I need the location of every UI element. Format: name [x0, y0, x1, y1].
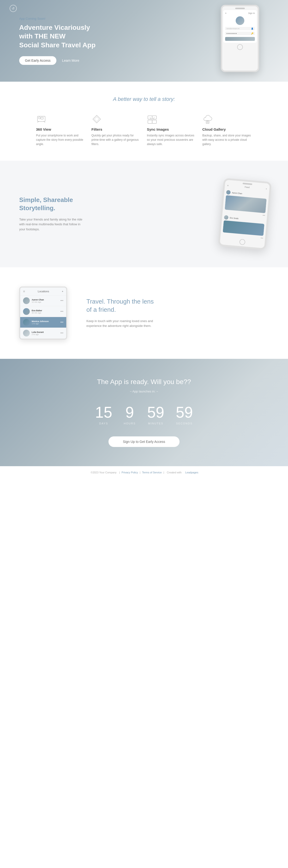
countdown-seconds-number: 59: [176, 405, 193, 420]
feature-filters-name: Filters: [91, 127, 141, 131]
location-info-2: Eva Baker 32 min ago: [32, 309, 58, 314]
locations-plus-icon: +: [62, 290, 63, 293]
storytelling-phone-mockup: ≡ Feed + Aaron Chan ••• Eric Smith: [221, 180, 269, 248]
countdown-hours: 9 HOURS: [124, 405, 136, 425]
locations-title: Locations: [38, 290, 49, 293]
hero-content: App Coming Soon! Adventure Vicariouslywi…: [19, 17, 96, 65]
countdown-minutes-label: MINUTES: [147, 422, 164, 425]
countdown-numbers: 15 DAYS 9 HOURS 59 MINUTES 59 SECONDS: [19, 405, 269, 425]
countdown-subtitle: ~ App launches in: ~: [19, 390, 269, 393]
locations-menu-icon: ≡: [23, 289, 25, 293]
feed-avatar-1: [226, 190, 231, 195]
footer-terms-link[interactable]: Terms of Service: [142, 471, 162, 474]
storytelling-title: Simple, ShareableStorytelling.: [19, 196, 86, 212]
phone-email-text: turner@turnerstype.com: [227, 28, 239, 29]
location-item-3: Monica Johnson 1 hr ago •••: [20, 317, 66, 328]
countdown-days-number: 15: [95, 405, 112, 420]
phone-password-field: •••••••• 🔑: [225, 32, 255, 35]
feed-item-1: Aaron Chan •••: [224, 189, 267, 217]
countdown-title: The App is ready. Will you be??: [19, 378, 269, 386]
feature-sync-desc: Instantly sync images across devices so …: [147, 133, 197, 146]
svg-rect-6: [152, 120, 157, 123]
location-sub-3: 1 hr ago: [32, 322, 58, 325]
location-avatar-1: [23, 297, 30, 304]
location-name-1: Aaron Chan: [32, 299, 58, 301]
footer-made-with: Created with: [167, 471, 182, 474]
hero-coming-soon: App Coming Soon!: [19, 17, 96, 21]
learn-more-button[interactable]: Learn More: [62, 59, 79, 62]
phone-notch: [235, 8, 245, 9]
phone-feed-body: ≡ Feed + Aaron Chan ••• Eric Smith: [218, 178, 272, 250]
phone-password-dots: ••••••••: [227, 32, 237, 35]
svg-rect-5: [148, 120, 152, 123]
360-view-icon: [36, 114, 46, 124]
location-sub-2: 32 min ago: [32, 312, 58, 314]
travel-title: Travel. Through the lensof a friend.: [86, 298, 163, 314]
phone-signin-header: ≡ Sign In: [225, 12, 255, 14]
early-access-button[interactable]: Get Early Access: [19, 56, 56, 65]
location-avatar-2: [23, 308, 30, 315]
location-name-4: Lola Durant: [32, 331, 58, 333]
phone-signin-label: Sign In: [248, 12, 255, 14]
storytelling-section: Simple, ShareableStorytelling. Take your…: [0, 161, 288, 267]
signup-button[interactable]: Sign Up to Get Early Access: [108, 436, 180, 447]
countdown-days: 15 DAYS: [95, 405, 112, 425]
location-info-3: Monica Johnson 1 hr ago: [32, 320, 58, 325]
hero-buttons: Get Early Access Learn More: [19, 56, 96, 65]
countdown-hours-number: 9: [124, 405, 136, 420]
phone-body: ≡ Sign In turner@turnerstype.com 👤 •••••…: [221, 5, 259, 72]
countdown-days-label: DAYS: [95, 422, 112, 425]
feed-user-1: Aaron Chan: [232, 192, 242, 195]
features-section: A better way to tell a story: 360 View P…: [0, 82, 288, 161]
feed-item-2: Eric Smith •••: [222, 214, 265, 240]
phone-avatar: [236, 16, 244, 25]
location-info-1: Aaron Chan 12 min ago: [32, 299, 58, 303]
hero-title: Adventure Vicariouslywith THE NEWSocial …: [19, 23, 96, 50]
storytelling-desc: Take your friends and family along for t…: [19, 217, 86, 232]
feature-360-desc: Put your smartphone to work and capture …: [36, 133, 86, 146]
feature-cloud: Cloud Gallery Backup, share, and store y…: [202, 114, 252, 146]
features-grid: 360 View Put your smartphone to work and…: [36, 114, 252, 146]
location-dots-4: •••: [60, 332, 63, 335]
footer-privacy-link[interactable]: Privacy Policy: [122, 471, 138, 474]
countdown-hours-label: HOURS: [124, 422, 136, 425]
footer: ©2023 Your Company | Privacy Policy | Te…: [0, 466, 288, 479]
countdown-minutes-number: 59: [147, 405, 164, 420]
travel-section: ≡ Locations + Aaron Chan 12 min ago ••• …: [0, 267, 288, 359]
feature-sync-name: Sync Images: [147, 127, 197, 131]
footer-copyright: ©2023 Your Company: [91, 471, 117, 474]
travel-phone-mockup: ≡ Locations + Aaron Chan 12 min ago ••• …: [19, 286, 67, 340]
phone-email-field: turner@turnerstype.com 👤: [225, 27, 255, 30]
filters-icon: [91, 114, 102, 124]
locations-header: ≡ Locations +: [20, 287, 66, 296]
location-sub-4: 2 hr ago: [32, 333, 58, 336]
feature-sync: Sync Images Instantly sync images across…: [147, 114, 197, 146]
phone-signin-button: [225, 37, 255, 41]
phone-feed-home-button: [239, 239, 246, 245]
phone-feed-label: Feed: [245, 186, 250, 189]
countdown-section: The App is ready. Will you be?? ~ App la…: [0, 359, 288, 466]
travel-content: Travel. Through the lensof a friend. Kee…: [86, 298, 163, 329]
countdown-minutes: 59 MINUTES: [147, 405, 164, 425]
phone-person-icon: 👤: [251, 28, 253, 30]
footer-leadpages-link[interactable]: Leadpages: [185, 471, 198, 474]
phone-screen: ≡ Sign In turner@turnerstype.com 👤 •••••…: [223, 10, 257, 43]
phone-home-button: [237, 44, 243, 50]
location-avatar-3: [23, 319, 30, 326]
feature-360-name: 360 View: [36, 127, 86, 131]
feed-avatar-2: [224, 215, 229, 220]
phone-feed-menu-icon: ≡: [227, 184, 229, 187]
travel-desc: Keep in touch with your roaming loved on…: [86, 319, 163, 329]
feature-360-view: 360 View Put your smartphone to work and…: [36, 114, 86, 146]
footer-separator-3: |: [163, 471, 165, 474]
storytelling-content: Simple, ShareableStorytelling. Take your…: [19, 196, 86, 232]
features-title: A better way to tell a story:: [19, 96, 269, 102]
location-item-4: Lola Durant 2 hr ago •••: [20, 328, 66, 339]
footer-separator-2: |: [140, 471, 141, 474]
logo-icon: ↺: [12, 6, 14, 10]
svg-rect-2: [41, 117, 43, 119]
sync-icon: [147, 114, 157, 124]
feature-filters-desc: Quickly get your photos ready for prime-…: [91, 133, 141, 146]
hero-section: ↺ App Coming Soon! Adventure Vicariously…: [0, 0, 288, 82]
locations-screen: ≡ Locations + Aaron Chan 12 min ago ••• …: [19, 286, 67, 340]
